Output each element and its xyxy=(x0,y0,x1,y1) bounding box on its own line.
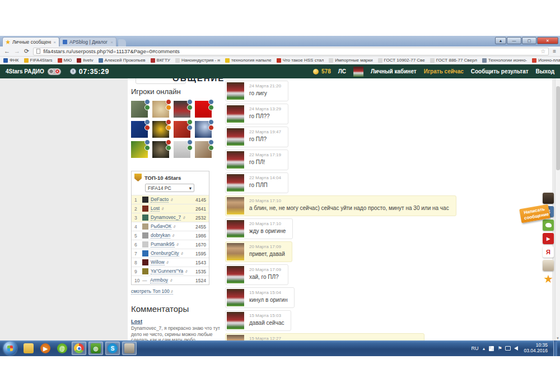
online-player-avatar[interactable] xyxy=(152,121,169,138)
online-player-avatar[interactable] xyxy=(174,141,190,158)
online-player-avatar[interactable] xyxy=(195,101,212,118)
bookmark-item[interactable]: ГОСТ 886-77 Сверл xyxy=(430,58,477,63)
message-bubble[interactable]: 24 Марта 21:20го лигу xyxy=(225,81,288,101)
bookmark-item[interactable]: МЮ xyxy=(58,58,72,63)
message-avatar[interactable] xyxy=(227,151,244,169)
commentator-name-link[interactable]: Lost xyxy=(131,318,225,324)
message-bubble[interactable]: 20 Марта 17:09хай, го ПЛ? xyxy=(225,264,288,285)
message-bubble[interactable]: 22 Марта 17:19го ПЛ! xyxy=(225,150,288,170)
message-avatar[interactable] xyxy=(227,335,244,340)
tab-apsblog[interactable]: APSblog | Диалог × xyxy=(59,37,116,46)
menu-icon[interactable]: ≡ xyxy=(553,48,556,54)
ribbon-icon[interactable] xyxy=(543,260,554,271)
display-icon[interactable] xyxy=(505,346,511,351)
taskbar-skype-icon[interactable]: S xyxy=(105,342,120,355)
radio-play-icon[interactable] xyxy=(49,69,54,74)
message-bubble[interactable]: 15 Марта 12:27я могу сейчас и до 18-00 п… xyxy=(225,333,424,340)
cap-icon[interactable] xyxy=(543,193,554,204)
nav-personal-cabinet[interactable]: Личный кабинет xyxy=(371,68,417,74)
taskbar-mailru-agent-icon[interactable]: @ xyxy=(55,342,69,355)
message-avatar[interactable] xyxy=(227,197,244,214)
player-name-link[interactable]: РыбачОК xyxy=(151,223,171,230)
nav-logout[interactable]: Выход xyxy=(536,68,554,74)
message-avatar[interactable] xyxy=(227,128,244,146)
message-bubble[interactable]: 22 Марта 14:04го ПЛП xyxy=(225,172,288,193)
bookmark-item[interactable]: ГОСТ 10902-77 Све xyxy=(378,58,425,63)
player-name-link[interactable]: Pumanik95 xyxy=(151,241,175,248)
message-bubble[interactable]: 15 Марта 15:04кинул в оригин xyxy=(225,287,295,308)
window-close-button[interactable]: ✕ xyxy=(537,37,558,44)
message-avatar[interactable] xyxy=(227,289,244,306)
player-name-link[interactable]: Dynamovec_7 xyxy=(151,214,181,221)
message-bubble[interactable]: 15 Марта 15:03давай сейчас xyxy=(225,310,291,331)
player-name-link[interactable]: OrenburgCity xyxy=(151,250,179,256)
online-player-avatar[interactable] xyxy=(195,141,212,158)
taskbar-mediaplayer-icon[interactable]: ▶ xyxy=(38,342,53,355)
message-avatar[interactable] xyxy=(227,220,244,237)
bookmark-item[interactable]: ФНК xyxy=(3,58,19,63)
online-player-avatar[interactable] xyxy=(131,121,148,138)
address-bar[interactable]: fifa4stars.ru/userposts.php?id=11137&Pag… xyxy=(33,48,549,55)
scroll-down-icon[interactable]: ▼ xyxy=(556,337,560,340)
taskbar-game-icon[interactable] xyxy=(122,342,137,355)
window-maximize-button[interactable]: ▢ xyxy=(522,37,536,44)
taskbar-myworld-icon[interactable]: ◎ xyxy=(88,342,103,355)
message-avatar[interactable] xyxy=(227,105,244,123)
youtube-icon[interactable]: ▶ xyxy=(543,233,554,244)
nav-play-now[interactable]: Играть сейчас xyxy=(424,68,464,74)
message-avatar[interactable] xyxy=(227,243,244,260)
volume-icon[interactable] xyxy=(514,346,518,351)
online-player-avatar[interactable] xyxy=(152,141,169,158)
message-avatar[interactable] xyxy=(227,82,244,100)
nav-report-result[interactable]: Сообщить результат xyxy=(471,68,529,74)
bookmark-star-icon[interactable]: ☆ xyxy=(540,48,545,54)
url-text[interactable]: fifa4stars.ru/userposts.php?id=11137&Pag… xyxy=(43,48,180,54)
coins-count[interactable]: 578 xyxy=(321,68,331,74)
back-icon[interactable]: ← xyxy=(4,48,10,54)
radio-stop-icon[interactable]: x xyxy=(55,69,60,74)
bookmark-item[interactable]: livetv xyxy=(77,58,93,63)
window-user-button[interactable]: ▲ xyxy=(495,37,506,44)
online-player-avatar[interactable] xyxy=(152,101,169,118)
player-name-link[interactable]: Lost xyxy=(151,206,160,212)
tray-clock[interactable]: 10:35 03.04.2016 xyxy=(521,343,550,354)
reload-icon[interactable]: ⟳ xyxy=(24,48,29,54)
twitter-icon[interactable] xyxy=(543,220,554,231)
message-bubble[interactable]: 20 Марта 17:10жду в оригине xyxy=(225,218,293,239)
tab-close-icon[interactable]: × xyxy=(110,40,113,45)
message-avatar[interactable] xyxy=(227,312,244,329)
flag-icon[interactable]: ⚑ xyxy=(497,346,502,351)
bookmark-item[interactable]: Ионно-плазменное xyxy=(532,58,560,63)
player-name-link[interactable]: DeFacto xyxy=(151,197,169,203)
online-player-avatar[interactable] xyxy=(174,101,190,118)
bookmark-item[interactable]: FIFA4Stars xyxy=(24,58,53,63)
bookmark-item[interactable]: Импортные марки xyxy=(329,58,372,63)
online-player-avatar[interactable] xyxy=(131,141,148,158)
bookmark-item[interactable]: ВКГТУ xyxy=(151,58,170,63)
platform-select[interactable]: FIFA14 PC ▾ xyxy=(145,184,194,192)
star-icon[interactable]: ★ xyxy=(543,273,554,284)
language-indicator[interactable]: RU xyxy=(471,346,478,351)
message-avatar[interactable] xyxy=(227,266,244,283)
user-avatar[interactable] xyxy=(353,67,363,77)
bookmark-item[interactable]: Наноиндустрия - н xyxy=(175,58,220,63)
tray-expand-icon[interactable]: ▲ xyxy=(482,347,486,351)
player-name-link[interactable]: Willow xyxy=(151,259,165,265)
message-bubble[interactable]: 20 Марта 17:09привет, давай xyxy=(225,241,292,262)
player-name-link[interactable]: Ya"Gunners"Ya xyxy=(151,268,183,274)
player-name-link[interactable]: dobrykan xyxy=(151,232,170,239)
online-player-avatar[interactable] xyxy=(131,101,148,118)
taskbar-explorer-icon[interactable] xyxy=(21,342,36,355)
taskbar-chrome-icon[interactable] xyxy=(72,342,86,355)
see-top100-link[interactable]: смотреть Топ 100 ∂ xyxy=(131,288,173,295)
online-player-avatar[interactable] xyxy=(195,121,212,138)
message-avatar[interactable] xyxy=(227,174,244,192)
show-desktop-button[interactable] xyxy=(553,340,557,356)
message-bubble[interactable]: 20 Марта 17:10а блин, не, не могу сейчас… xyxy=(225,195,456,216)
window-minimize-button[interactable]: — xyxy=(507,37,521,44)
private-messages-link[interactable]: ЛС xyxy=(338,68,346,74)
bookmark-item[interactable]: Технологии ионно- xyxy=(482,58,528,63)
bookmark-item[interactable]: Что такое HSS стал xyxy=(277,58,324,63)
online-player-avatar[interactable] xyxy=(174,121,190,138)
message-bubble[interactable]: 24 Марта 13:29го ПЛ?? xyxy=(225,104,288,124)
